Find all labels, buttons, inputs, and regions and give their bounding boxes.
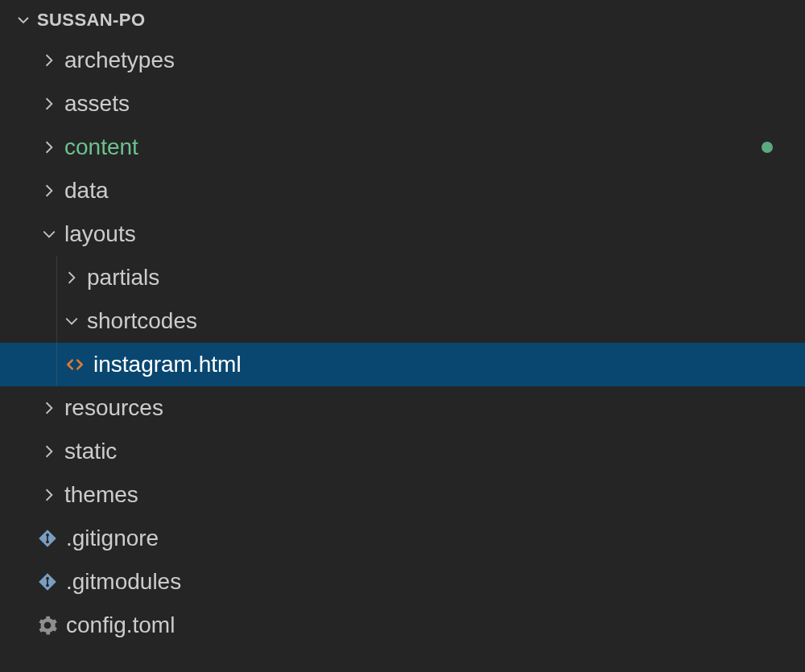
chevron-right-icon [40,53,58,68]
folder-content[interactable]: content [0,126,805,169]
html-file-icon [63,352,87,377]
file-explorer-tree: SUSSAN-PO archetypes assets content data [0,0,805,647]
chevron-right-icon [40,140,58,155]
chevron-down-icon [63,314,80,328]
file-config-toml[interactable]: config.toml [0,604,805,647]
chevron-right-icon [63,270,80,285]
chevron-right-icon [40,401,58,415]
file-gitignore[interactable]: .gitignore [0,517,805,560]
chevron-down-icon [40,227,58,241]
chevron-right-icon [40,183,58,198]
folder-label: archetypes [58,47,175,73]
root-folder[interactable]: SUSSAN-PO [0,2,805,39]
folder-label: themes [58,482,138,508]
gear-icon [35,613,60,637]
folder-layouts[interactable]: layouts [0,212,805,256]
file-label: instagram.html [87,352,242,377]
folder-label: assets [58,91,130,117]
svg-point-6 [45,623,51,629]
folder-data[interactable]: data [0,169,805,212]
git-file-icon [35,526,60,550]
folder-label: content [58,134,138,160]
folder-label: layouts [58,221,136,247]
folder-shortcodes[interactable]: shortcodes [0,299,805,343]
folder-label: static [58,439,117,464]
file-label: .gitmodules [60,569,181,595]
file-label: .gitignore [60,526,159,551]
chevron-right-icon [40,444,58,459]
folder-label: shortcodes [80,308,197,334]
folder-partials[interactable]: partials [0,256,805,299]
root-folder-label: SUSSAN-PO [32,10,145,31]
file-label: config.toml [60,612,175,638]
chevron-right-icon [40,488,58,502]
folder-assets[interactable]: assets [0,82,805,126]
folder-themes[interactable]: themes [0,473,805,517]
folder-archetypes[interactable]: archetypes [0,39,805,82]
folder-label: resources [58,395,163,421]
chevron-right-icon [40,97,58,111]
folder-label: data [58,178,109,204]
file-instagram-html[interactable]: instagram.html [0,343,805,386]
file-gitmodules[interactable]: .gitmodules [0,560,805,604]
chevron-down-icon [14,14,32,27]
modified-indicator-dot [762,142,773,153]
folder-static[interactable]: static [0,430,805,473]
folder-resources[interactable]: resources [0,386,805,430]
folder-label: partials [80,265,159,291]
git-file-icon [35,570,60,594]
